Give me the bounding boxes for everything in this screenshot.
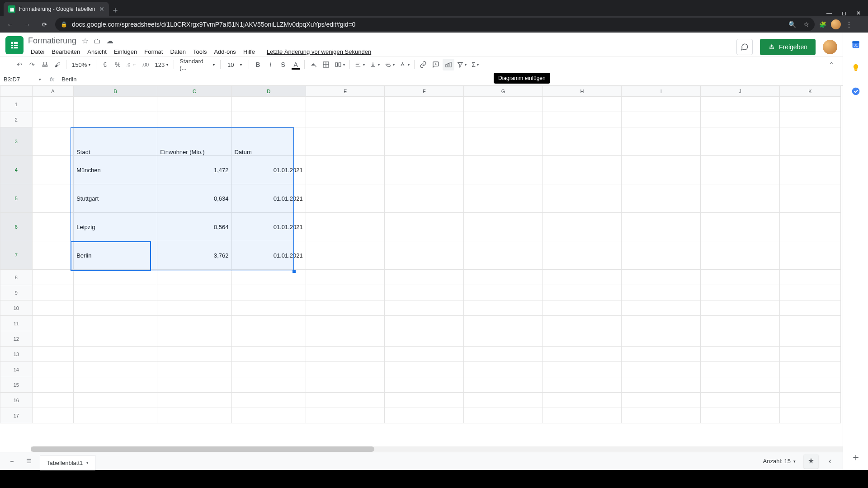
cell[interactable] <box>74 393 157 408</box>
cell[interactable] <box>701 393 780 408</box>
cell[interactable] <box>464 362 543 377</box>
cell[interactable] <box>231 331 306 347</box>
row-header[interactable]: 14 <box>0 362 33 377</box>
close-window-icon[interactable]: ✕ <box>856 10 861 16</box>
star-icon[interactable]: ☆ <box>82 37 88 45</box>
cell[interactable] <box>74 270 157 285</box>
cell[interactable] <box>542 408 622 423</box>
cell[interactable] <box>74 362 157 377</box>
cell[interactable] <box>622 127 701 156</box>
cell[interactable]: Leipzig <box>74 213 157 241</box>
cell[interactable] <box>157 97 231 112</box>
row-header[interactable]: 11 <box>0 316 33 331</box>
italic-button[interactable]: I <box>264 59 276 70</box>
row-header[interactable]: 3 <box>0 127 33 156</box>
cell[interactable] <box>779 377 840 393</box>
cell[interactable] <box>32 97 73 112</box>
cell[interactable] <box>779 127 840 156</box>
cell[interactable]: 1,472 <box>157 156 231 184</box>
cell[interactable] <box>74 331 157 347</box>
cell[interactable] <box>306 393 385 408</box>
cell[interactable] <box>542 270 622 285</box>
cell[interactable] <box>32 408 73 423</box>
cell[interactable] <box>464 127 543 156</box>
col-header[interactable]: J <box>701 86 780 97</box>
cell[interactable] <box>464 300 543 316</box>
formula-bar[interactable]: fx Berlin <box>45 76 843 83</box>
row-header[interactable]: 10 <box>0 300 33 316</box>
decrease-decimal-button[interactable]: .0 ← <box>124 59 138 70</box>
cell[interactable] <box>74 316 157 331</box>
menu-format[interactable]: Format <box>142 47 165 56</box>
cell[interactable] <box>32 316 73 331</box>
text-rotation-button[interactable] <box>397 59 411 70</box>
share-button[interactable]: Freigeben <box>760 39 816 55</box>
cell[interactable] <box>464 97 543 112</box>
cell[interactable] <box>622 347 701 362</box>
cell[interactable] <box>622 377 701 393</box>
cell[interactable]: 0,564 <box>157 213 231 241</box>
cell[interactable] <box>231 97 306 112</box>
select-all-corner[interactable] <box>0 86 33 97</box>
row-header[interactable]: 2 <box>0 112 33 127</box>
cell[interactable] <box>542 331 622 347</box>
cell[interactable] <box>306 300 385 316</box>
cell[interactable] <box>32 213 73 241</box>
cell[interactable] <box>701 184 780 213</box>
cell[interactable] <box>701 241 780 270</box>
col-header[interactable]: A <box>32 86 73 97</box>
row-header[interactable]: 4 <box>0 156 33 184</box>
reload-button[interactable]: ⟳ <box>38 18 51 31</box>
cell[interactable] <box>157 285 231 300</box>
cell[interactable] <box>74 112 157 127</box>
cell[interactable] <box>32 362 73 377</box>
insert-link-button[interactable] <box>417 59 429 70</box>
last-edit-link[interactable]: Letzte Änderung vor wenigen Sekunden <box>264 47 374 56</box>
cell[interactable] <box>32 377 73 393</box>
cell[interactable] <box>157 331 231 347</box>
paint-format-button[interactable]: 🖌 <box>52 59 63 70</box>
cell[interactable]: Datum <box>231 127 306 156</box>
cell[interactable] <box>464 285 543 300</box>
row-header[interactable]: 12 <box>0 331 33 347</box>
cell[interactable] <box>701 270 780 285</box>
cell[interactable] <box>464 184 543 213</box>
menu-addons[interactable]: Add-ons <box>211 47 238 56</box>
cell[interactable] <box>779 393 840 408</box>
collapse-toolbar-button[interactable]: ⌃ <box>826 59 837 70</box>
cell[interactable] <box>306 347 385 362</box>
cell[interactable] <box>464 393 543 408</box>
cell[interactable] <box>622 97 701 112</box>
account-avatar[interactable] <box>823 40 837 54</box>
cell[interactable] <box>701 213 780 241</box>
cell[interactable] <box>542 377 622 393</box>
cell[interactable] <box>32 127 73 156</box>
cell[interactable] <box>779 408 840 423</box>
cell[interactable] <box>306 156 385 184</box>
cell[interactable] <box>779 184 840 213</box>
cell[interactable] <box>701 347 780 362</box>
cell[interactable] <box>231 285 306 300</box>
cell[interactable] <box>464 331 543 347</box>
insert-chart-button[interactable] <box>443 59 454 70</box>
cell[interactable] <box>157 270 231 285</box>
cell[interactable] <box>32 285 73 300</box>
cell[interactable] <box>231 300 306 316</box>
cell[interactable] <box>542 393 622 408</box>
merge-cells-button[interactable] <box>333 59 347 70</box>
col-header[interactable]: G <box>464 86 543 97</box>
col-header[interactable]: K <box>779 86 840 97</box>
cloud-status-icon[interactable]: ☁ <box>106 37 113 45</box>
cell[interactable] <box>157 300 231 316</box>
cell[interactable] <box>622 362 701 377</box>
cell[interactable] <box>74 285 157 300</box>
cell[interactable] <box>701 331 780 347</box>
fill-color-button[interactable] <box>307 59 319 70</box>
browser-tab[interactable]: ▦ Formatierung - Google Tabellen ✕ <box>4 2 109 16</box>
scrollbar-thumb[interactable] <box>31 446 374 452</box>
cell[interactable] <box>542 127 622 156</box>
back-button[interactable]: ← <box>4 18 16 31</box>
cell[interactable] <box>542 316 622 331</box>
cell[interactable] <box>157 377 231 393</box>
cell[interactable]: 01.01.2021 <box>231 241 306 270</box>
